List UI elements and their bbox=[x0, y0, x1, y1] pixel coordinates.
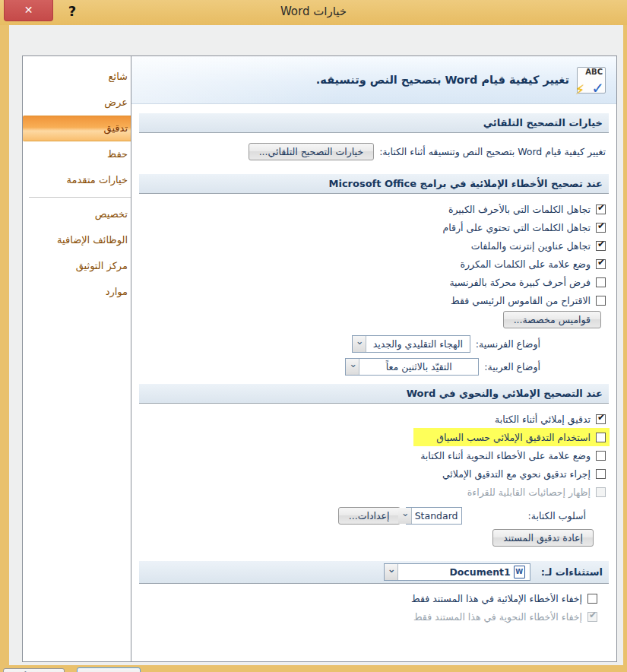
autocorrect-row-label: تغيير كيفية قيام Word بتصحيح النص وتنسيق… bbox=[379, 146, 606, 157]
page-header-text: تغيير كيفية قيام Word بتصحيح النص وتنسيق… bbox=[316, 74, 569, 86]
suggest-from-main-dictionary-only-label: الاقتراح من القاموس الرئيسي فقط bbox=[451, 295, 591, 306]
page-header: ABC ✓ ⚡ تغيير كيفية قيام Word بتصحيح الن… bbox=[131, 56, 616, 104]
sidebar-item-trust-center[interactable]: مركز التوثيق bbox=[23, 253, 137, 279]
ignore-internet-addresses-checkbox[interactable] bbox=[596, 241, 606, 251]
ignore-words-with-numbers-label: تجاهل الكلمات التي تحتوي على أرقام bbox=[443, 222, 591, 233]
exceptions-document-value: Document1 bbox=[449, 566, 510, 578]
settings-button[interactable]: إعدادات... bbox=[338, 507, 401, 525]
enforce-accented-uppercase-french-checkbox[interactable] bbox=[596, 277, 606, 287]
flag-repeated-words-checkbox[interactable] bbox=[596, 259, 606, 269]
checkbox-row-suggest-from-main-dictionary-only[interactable]: الاقتراح من القاموس الرئيسي فقط bbox=[131, 291, 606, 309]
abc-icon-text: ABC bbox=[585, 68, 603, 76]
lightning-icon: ⚡ bbox=[575, 84, 584, 97]
ignore-uppercase-words-checkbox[interactable] bbox=[596, 204, 606, 214]
checkbox-row-use-contextual-spelling[interactable]: استخدام التدقيق الإملائي حسب السياق bbox=[413, 428, 610, 446]
arabic-modes-label: أوضاع العربية: bbox=[484, 361, 540, 372]
titlebar: خيارات Word ? ✕ bbox=[0, 0, 627, 25]
sidebar-item-customize[interactable]: تخصيص bbox=[23, 201, 137, 227]
exceptions-document-select[interactable]: W Document1 bbox=[384, 563, 530, 581]
exceptions-title: استثناءات لـ: bbox=[541, 566, 603, 578]
flag-repeated-words-label: وضع علامة على الكلمات المكررة bbox=[460, 258, 591, 270]
hide-grammar-errors-this-doc-checkbox bbox=[587, 612, 597, 622]
close-icon: ✕ bbox=[24, 4, 33, 16]
sidebar-item-proofing[interactable]: تدقيق bbox=[23, 116, 137, 141]
autocorrect-options-button[interactable]: خيارات التصحيح التلقائي... bbox=[249, 143, 374, 160]
check-grammar-with-spelling-checkbox[interactable] bbox=[596, 469, 606, 479]
sidebar-item-save[interactable]: حفظ bbox=[23, 141, 137, 167]
chevron-down-icon[interactable] bbox=[346, 359, 359, 375]
show-readability-statistics-label: إظهار إحصائيات القابلية للقراءة bbox=[467, 487, 591, 498]
checkbox-row-ignore-words-with-numbers[interactable]: تجاهل الكلمات التي تحتوي على أرقام bbox=[131, 218, 606, 236]
section-exceptions: استثناءات لـ: W Document1 bbox=[139, 561, 609, 584]
show-readability-statistics-checkbox bbox=[596, 487, 606, 497]
section-office-spelling-title: عند تصحيح الأخطاء الإملائية في برامج Mic… bbox=[139, 174, 609, 194]
french-modes-select[interactable]: الهجاء التقليدي والجديد bbox=[352, 335, 470, 353]
suggest-from-main-dictionary-only-checkbox[interactable] bbox=[596, 296, 606, 306]
checkbox-row-check-spelling-as-you-type[interactable]: تدقيق إملائي أثناء الكتابة bbox=[131, 410, 606, 428]
cancel-button[interactable]: إلغاء الأمر bbox=[3, 668, 65, 672]
section-autocorrect-title: خيارات التصحيح التلقائي bbox=[139, 113, 609, 133]
checkbox-row-enforce-accented-uppercase-french[interactable]: فرض أحرف كبيرة محركة بالفرنسية bbox=[131, 273, 606, 291]
check-spelling-as-you-type-checkbox[interactable] bbox=[596, 414, 606, 424]
custom-dictionaries-button[interactable]: قواميس مخصصة... bbox=[503, 311, 601, 328]
hide-grammar-errors-this-doc-label: إخفاء الأخطاء النحوية في هذا المستند فقط bbox=[413, 611, 582, 623]
mark-grammar-errors-as-you-type-checkbox[interactable] bbox=[596, 451, 606, 461]
close-button[interactable]: ✕ bbox=[4, 0, 53, 21]
sidebar-item-resources[interactable]: موارد bbox=[23, 279, 137, 305]
ignore-words-with-numbers-checkbox[interactable] bbox=[596, 223, 606, 233]
chevron-down-icon[interactable] bbox=[353, 336, 366, 352]
spellcheck-abc-icon: ABC ✓ ⚡ bbox=[577, 67, 606, 94]
ignore-uppercase-words-label: تجاهل الكلمات التي بالأحرف الكبيرة bbox=[448, 204, 591, 215]
french-modes-label: أوضاع الفرنسية: bbox=[476, 338, 540, 350]
word-document-icon: W bbox=[514, 566, 525, 578]
french-modes-value: الهجاء التقليدي والجديد bbox=[366, 338, 470, 350]
sidebar: شائع عرض تدقيق حفظ خيارات متقدمة تخصيص ا… bbox=[22, 55, 138, 662]
checkbox-row-check-grammar-with-spelling[interactable]: إجراء تدقيق نحوي مع التدقيق الإملائي bbox=[131, 464, 606, 483]
dialog-body: شائع عرض تدقيق حفظ خيارات متقدمة تخصيص ا… bbox=[9, 25, 623, 665]
checkbox-row-show-readability-statistics: إظهار إحصائيات القابلية للقراءة bbox=[131, 483, 606, 501]
ok-button[interactable]: موافق bbox=[77, 667, 141, 672]
sidebar-item-display[interactable]: عرض bbox=[23, 90, 137, 116]
sidebar-item-add-ins[interactable]: الوظائف الإضافية bbox=[23, 227, 137, 253]
writing-style-select[interactable]: Standard bbox=[406, 507, 462, 525]
checkbox-row-ignore-uppercase-words[interactable]: تجاهل الكلمات التي بالأحرف الكبيرة bbox=[131, 200, 606, 218]
enforce-accented-uppercase-french-label: فرض أحرف كبيرة محركة بالفرنسية bbox=[449, 277, 591, 288]
ignore-internet-addresses-label: تجاهل عناوين إنترنت والملفات bbox=[471, 240, 591, 252]
writing-style-value: Standard bbox=[412, 510, 461, 521]
dialog-title: خيارات Word bbox=[0, 5, 627, 18]
sidebar-item-common[interactable]: شائع bbox=[23, 64, 137, 90]
recheck-document-button[interactable]: إعادة تدقيق المستند bbox=[492, 529, 594, 547]
sidebar-divider bbox=[29, 197, 131, 198]
main-panel: ABC ✓ ⚡ تغيير كيفية قيام Word بتصحيح الن… bbox=[131, 55, 617, 662]
hide-spelling-errors-this-doc-label: إخفاء الأخطاء الإملائية في هذا المستند ف… bbox=[411, 593, 582, 604]
word-options-dialog: { "titlebar": { "title": "خيارات Word", … bbox=[0, 0, 627, 672]
checkbox-row-hide-grammar-errors-this-doc: إخفاء الأخطاء النحوية في هذا المستند فقط bbox=[131, 607, 597, 626]
section-word-proofing-title: عند التصحيح الإملائي والنحوي في Word bbox=[139, 384, 609, 404]
arabic-modes-value: التقيّد بالاثنين معاً bbox=[359, 361, 478, 372]
sidebar-item-advanced[interactable]: خيارات متقدمة bbox=[23, 167, 137, 193]
chevron-down-icon[interactable] bbox=[398, 508, 412, 524]
check-icon: ✓ bbox=[591, 81, 604, 96]
mark-grammar-errors-as-you-type-label: وضع علامة على الأخطاء النحوية أثناء الكت… bbox=[420, 450, 591, 461]
arabic-modes-select[interactable]: التقيّد بالاثنين معاً bbox=[345, 358, 479, 376]
check-spelling-as-you-type-label: تدقيق إملائي أثناء الكتابة bbox=[495, 414, 591, 425]
hide-spelling-errors-this-doc-checkbox[interactable] bbox=[587, 594, 597, 604]
chevron-down-icon[interactable] bbox=[385, 564, 398, 580]
checkbox-row-flag-repeated-words[interactable]: وضع علامة على الكلمات المكررة bbox=[131, 255, 606, 273]
checkbox-row-mark-grammar-errors-as-you-type[interactable]: وضع علامة على الأخطاء النحوية أثناء الكت… bbox=[131, 446, 606, 464]
check-grammar-with-spelling-label: إجراء تدقيق نحوي مع التدقيق الإملائي bbox=[442, 468, 591, 480]
writing-style-label: أسلوب الكتابة: bbox=[528, 510, 586, 521]
checkbox-row-hide-spelling-errors-this-doc[interactable]: إخفاء الأخطاء الإملائية في هذا المستند ف… bbox=[131, 589, 597, 607]
use-contextual-spelling-checkbox[interactable] bbox=[596, 433, 606, 442]
use-contextual-spelling-label: استخدام التدقيق الإملائي حسب السياق bbox=[436, 432, 591, 443]
help-icon[interactable]: ? bbox=[65, 3, 80, 19]
checkbox-row-ignore-internet-addresses[interactable]: تجاهل عناوين إنترنت والملفات bbox=[131, 236, 606, 255]
